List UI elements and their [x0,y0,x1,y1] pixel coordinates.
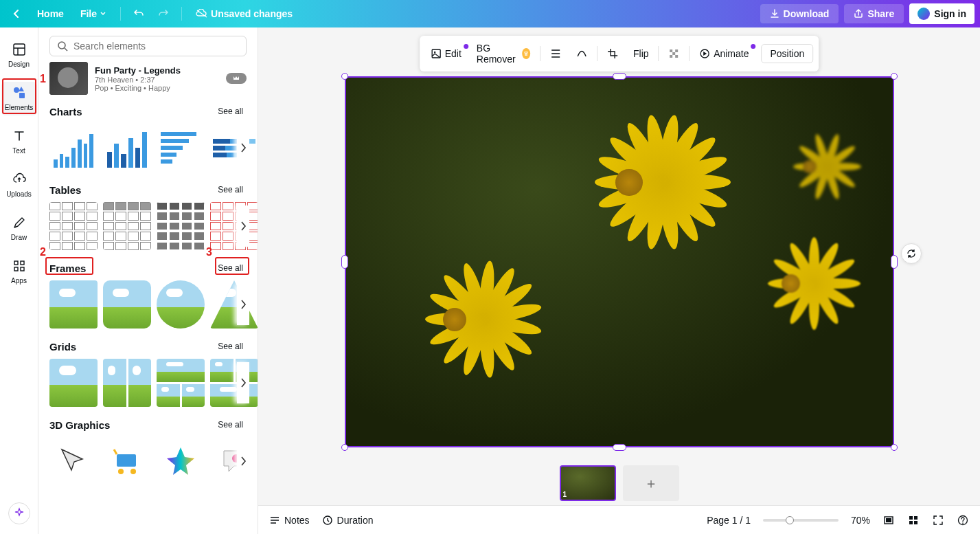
context-toolbar: Edit BG Remover ♛ Flip Animate Position [420,36,819,71]
help-button[interactable] [957,514,969,526]
sidebar-label-draw: Draw [1,234,37,241]
audio-artist: 7th Heaven • 2:37 [95,76,181,84]
top-bar: Home File Unsaved changes Download Share [0,0,980,27]
sync-button[interactable] [901,243,922,264]
magic-button[interactable] [8,502,30,524]
chart-hbar-thumb[interactable] [157,124,205,172]
sidebar-item-text[interactable]: Text [1,125,37,159]
charts-title: Charts [49,106,82,118]
animate-button[interactable]: Animate [694,45,754,62]
share-button[interactable]: Share [844,4,904,23]
notification-dot [464,44,468,49]
curve-button[interactable] [571,45,593,62]
chart-stacked-thumb[interactable] [210,124,258,172]
frames-scroll-right[interactable] [237,284,249,325]
resize-handle-rm[interactable] [891,255,898,269]
file-label: File [80,8,97,19]
add-page-button[interactable]: ＋ [623,465,679,501]
frame-triangle-thumb[interactable] [210,280,258,329]
grid-4b-thumb[interactable] [210,359,258,407]
page-thumb-1[interactable]: 1 [560,465,616,501]
sidebar-item-draw[interactable]: Draw [1,212,37,245]
sidebar-label-apps: Apps [1,277,37,285]
elements-panel: Fun Party - Legends 7th Heaven • 2:37 Po… [38,27,258,534]
crop-button[interactable] [602,45,624,62]
grids-scroll-right[interactable] [237,362,249,403]
sign-in-button[interactable]: Sign in [909,3,975,24]
chart-bar-thumb[interactable] [49,124,98,172]
tables-see-all[interactable]: See all [214,183,247,197]
fullscreen-button[interactable] [932,514,944,526]
annotation-3: 3 [206,246,212,258]
svg-rect-25 [909,521,913,524]
sidebar-item-apps[interactable]: Apps [1,255,37,289]
grid-4-thumb[interactable] [157,359,205,407]
grids-see-all[interactable]: See all [214,340,247,353]
charts-see-all[interactable]: See all [214,104,247,118]
sidebar-item-design[interactable]: Design [1,38,37,72]
sidebar-item-elements[interactable]: Elements [1,82,37,115]
duration-button[interactable]: Duration [322,515,374,526]
3d-star-thumb[interactable] [157,437,205,485]
table-red-thumb[interactable] [210,202,258,250]
selected-image[interactable] [345,76,894,447]
notes-label: Notes [284,515,310,526]
table-header-thumb[interactable] [103,202,151,250]
svg-rect-17 [670,55,672,58]
sidebar-item-uploads[interactable]: Uploads [1,168,37,202]
svg-rect-18 [675,55,678,58]
curve-icon [576,48,587,59]
bg-remover-button[interactable]: BG Remover ♛ [471,40,536,67]
resize-handle-tm[interactable] [613,73,626,80]
3d-see-all[interactable]: See all [214,418,247,432]
signin-label: Sign in [934,8,966,19]
apps-grid-icon [11,258,27,274]
redo-icon[interactable] [152,3,174,25]
grid-view-button[interactable] [907,514,920,526]
flip-button[interactable]: Flip [628,45,654,62]
resize-handle-br[interactable] [891,444,898,451]
edit-button[interactable]: Edit [425,45,467,62]
position-button[interactable]: Position [761,44,813,63]
resize-handle-tr[interactable] [891,73,898,80]
3d-scroll-right[interactable] [237,441,249,482]
view-mode-button[interactable] [882,514,895,526]
table-dark-thumb[interactable] [157,202,205,250]
chart-grouped-thumb[interactable] [103,124,151,172]
resize-handle-lm[interactable] [341,255,348,269]
grid-2-thumb[interactable] [103,359,151,407]
3d-bubble-thumb[interactable] [210,437,258,485]
frame-circle-thumb[interactable] [157,280,205,329]
undo-icon[interactable] [128,3,150,25]
charts-scroll-right[interactable] [237,127,249,168]
resize-handle-tl[interactable] [341,73,348,80]
3d-cursor-thumb[interactable] [49,437,98,485]
table-plain-thumb[interactable] [49,202,98,250]
frames-see-all[interactable]: See all [214,261,247,275]
resize-handle-bl[interactable] [341,444,348,451]
frame-square-thumb[interactable] [49,280,98,329]
cloud-status[interactable]: Unsaved changes [189,4,299,23]
search-icon [57,41,68,52]
tables-scroll-right[interactable] [237,205,249,247]
duration-label: Duration [337,515,374,526]
resize-handle-bm[interactable] [613,444,626,451]
grid-1-thumb[interactable] [49,359,98,407]
audio-result[interactable]: Fun Party - Legends 7th Heaven • 2:37 Po… [49,62,247,95]
svg-rect-5 [14,267,18,271]
search-input[interactable] [73,41,239,52]
page-strip: 1 ＋ [258,461,980,505]
audio-tags: Pop • Exciting • Happy [95,84,181,92]
search-input-wrap[interactable] [49,36,247,56]
transparency-button[interactable] [663,45,685,62]
download-button[interactable]: Download [760,4,839,23]
frame-rounded-thumb[interactable] [103,280,151,329]
bottom-bar: Notes Duration Page 1 / 1 70% [258,505,980,534]
notes-button[interactable]: Notes [269,515,310,526]
home-button[interactable]: Home [30,4,71,23]
align-button[interactable] [545,45,567,62]
back-icon[interactable] [5,3,27,25]
3d-cart-thumb[interactable] [103,437,151,485]
file-button[interactable]: File [73,4,113,23]
zoom-slider[interactable] [763,519,839,522]
